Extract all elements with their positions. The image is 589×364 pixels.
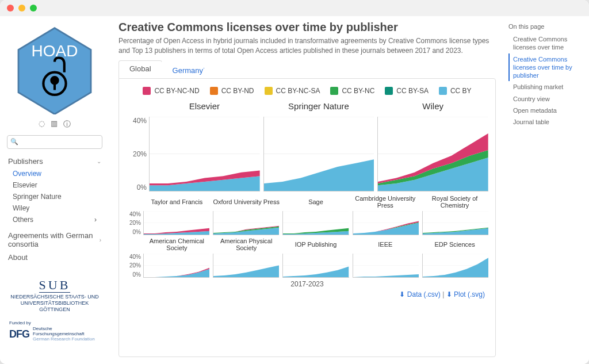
legend-swatch	[330, 87, 338, 95]
dfg-text3: German Research Foundation	[33, 337, 95, 342]
chevron-down-icon: ⌄	[97, 158, 101, 164]
y-tick: 0%	[133, 271, 141, 278]
facet-plot	[143, 254, 209, 278]
y-tick: 0%	[133, 229, 141, 235]
main-content: Creative Commons licenses over time by p…	[109, 16, 503, 364]
affiliation-block: SUB NIEDERSÄCHSISCHE STAATS- UND UNIVERS…	[7, 278, 102, 312]
toc-item[interactable]: Country view	[508, 93, 583, 105]
legend-item[interactable]: CC BY	[439, 87, 472, 95]
legend-swatch	[143, 87, 151, 95]
window-titlebar	[0, 0, 589, 16]
chart-icon[interactable]: ▥	[51, 119, 58, 129]
sub-affil-text: NIEDERSÄCHSISCHE STAATS- UND UNIVERSITÄT…	[7, 294, 102, 312]
y-axis-big: 40% 20% 0%	[126, 117, 149, 191]
legend-label: CC BY	[450, 87, 472, 95]
sub-logo: SUB	[7, 278, 102, 293]
chart-legend: CC BY-NC-NDCC BY-NDCC BY-NC-SACC BY-NCCC…	[126, 83, 488, 97]
legend-label: CC BY-NC-SA	[276, 87, 320, 95]
legend-label: CC BY-NC	[342, 87, 374, 95]
sidebar: HOAD ◌ ▥ ⓘ 🔍	[0, 16, 109, 364]
page-title: Creative Commons licenses over time by p…	[118, 21, 496, 34]
facet-plot	[213, 211, 279, 235]
facet-title: Taylor and Francis	[143, 194, 211, 210]
close-window-button[interactable]	[7, 5, 14, 12]
facet-title: Springer Nature	[263, 97, 374, 116]
toc-item[interactable]: Open metadata	[508, 105, 583, 116]
toc-item[interactable]: Creative Commons licenses over time	[508, 33, 583, 53]
facet-title: Elsevier	[149, 97, 260, 116]
facet-plot	[213, 254, 279, 278]
facet-title: Oxford University Press	[213, 194, 280, 210]
facet-plot	[149, 117, 260, 191]
facet-title: Sage	[282, 194, 350, 210]
legend-item[interactable]: CC BY-NC-SA	[265, 87, 320, 95]
table-of-contents: On this page Creative Commons licenses o…	[503, 16, 589, 364]
facet-plot	[377, 117, 488, 191]
nav-publishers-toggle[interactable]: Publishers ⌄	[7, 155, 102, 168]
facet-title: IEEE	[351, 236, 419, 252]
legend-label: CC BY-SA	[396, 87, 429, 95]
legend-item[interactable]: CC BY-NC	[330, 87, 374, 95]
nav-item-others[interactable]: Others ›	[7, 214, 102, 225]
toc-heading: On this page	[508, 23, 583, 30]
facet-plot	[282, 211, 349, 235]
facet-title: Royal Society of Chemistry	[421, 194, 488, 210]
chart-panel: CC BY-NC-NDCC BY-NDCC BY-NC-SACC BY-NCCC…	[118, 78, 496, 357]
legend-swatch	[210, 87, 218, 95]
github-icon[interactable]: ◌	[39, 119, 45, 129]
y-tick: 40%	[129, 254, 141, 260]
chevron-right-icon: ›	[100, 237, 101, 243]
facet-plot	[143, 211, 209, 235]
y-tick: 40%	[133, 117, 147, 125]
nav-item-overview[interactable]: Overview	[7, 168, 102, 179]
legend-label: CC BY-ND	[221, 87, 254, 95]
facet-plot	[263, 117, 374, 191]
legend-item[interactable]: CC BY-NC-ND	[143, 87, 199, 95]
dfg-block: Funded by DFG Deutsche Forschungsgemeins…	[7, 320, 102, 342]
toc-item[interactable]: Journal table	[508, 116, 583, 128]
download-csv-link[interactable]: ⬇ Data (.csv)	[399, 290, 440, 298]
facet-plot	[422, 211, 488, 235]
y-tick: 20%	[133, 150, 147, 158]
facet-title: American Physical Society	[213, 236, 280, 252]
legend-swatch	[385, 87, 393, 95]
nav-item-elsevier[interactable]: Elsevier	[7, 179, 102, 191]
logo-text: HOAD	[32, 42, 78, 60]
dfg-funded-label: Funded by	[9, 320, 102, 325]
facet-plot	[353, 254, 419, 278]
facet-plot	[282, 254, 349, 278]
facet-title: IOP Publishing	[282, 236, 350, 252]
legend-item[interactable]: CC BY-ND	[210, 87, 254, 95]
tab-global[interactable]: Global	[118, 60, 162, 78]
nav-agreements-label: Agreements with German consortia	[8, 231, 100, 248]
facet-plot	[353, 211, 419, 235]
nav-item-springer[interactable]: Springer Nature	[7, 191, 102, 202]
nav-agreements-toggle[interactable]: Agreements with German consortia ›	[7, 229, 102, 251]
nav-about-label: About	[8, 253, 28, 262]
nav-about[interactable]: About	[7, 251, 102, 264]
maximize-window-button[interactable]	[30, 5, 37, 12]
chevron-right-icon: ›	[94, 216, 97, 224]
toc-item[interactable]: Creative Commons licenses over time by p…	[508, 53, 583, 82]
y-tick: 0%	[137, 183, 147, 191]
search-icon: 🔍	[10, 138, 18, 145]
facet-title: American Chemical Society	[143, 236, 211, 252]
legend-swatch	[439, 87, 447, 95]
legend-item[interactable]: CC BY-SA	[385, 87, 429, 95]
nav-publishers-label: Publishers	[8, 157, 43, 166]
info-icon[interactable]: ⓘ	[63, 119, 71, 129]
tab-germany[interactable]: Germany·	[162, 60, 216, 78]
page-description: Percentage of Open Access in hybrid jour…	[118, 36, 496, 56]
minimize-window-button[interactable]	[18, 5, 25, 12]
facet-plot	[422, 254, 488, 278]
facet-title: EDP Sciences	[421, 236, 488, 252]
download-svg-link[interactable]: ⬇ Plot (.svg)	[446, 290, 485, 298]
toc-item[interactable]: Publishing market	[508, 81, 583, 93]
dfg-logo: DFG	[9, 328, 29, 340]
y-tick: 40%	[129, 211, 141, 217]
search-input[interactable]	[7, 135, 102, 149]
nav-item-wiley[interactable]: Wiley	[7, 202, 102, 214]
legend-swatch	[265, 87, 273, 95]
facet-title: Cambridge University Press	[351, 194, 419, 210]
facet-title: Wiley	[377, 97, 488, 116]
